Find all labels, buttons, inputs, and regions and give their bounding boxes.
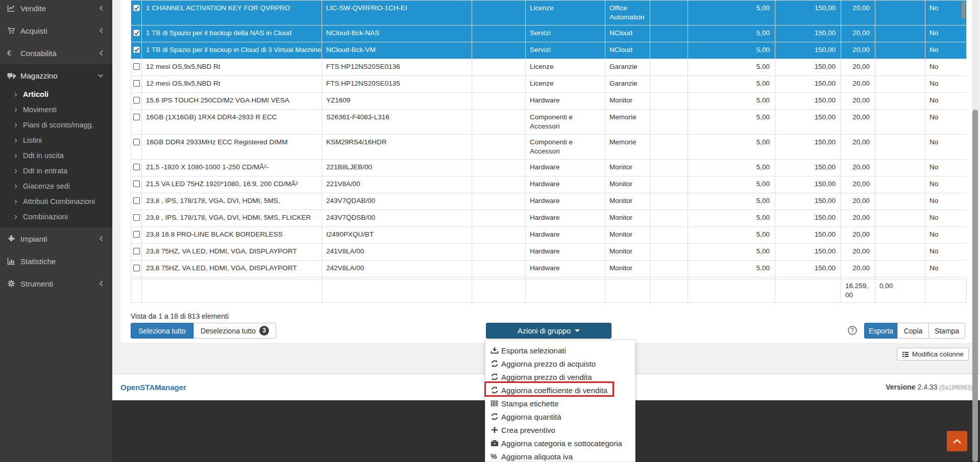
group-actions-label: Azioni di gruppo (518, 327, 571, 335)
cell-subcategory: Memorie (605, 135, 650, 160)
cell-code: YZ1609 (322, 93, 472, 110)
row-checkbox[interactable] (133, 231, 140, 238)
dropdown-item-label: Stampa etichette (501, 399, 559, 408)
select-all-button[interactable]: Seleziona tutto (131, 323, 193, 339)
cell-flag: No (925, 110, 967, 135)
row-checkbox[interactable] (133, 139, 140, 145)
row-checkbox[interactable] (133, 30, 140, 36)
row-checkbox[interactable] (133, 248, 140, 254)
row-checkbox[interactable] (133, 214, 140, 221)
print-button[interactable]: Stampa (928, 323, 965, 339)
sidebar-subitem-piani-di-sconto-magg-[interactable]: Piani di sconto/magg. (0, 117, 112, 133)
dropdown-item-aggiorna-coefficiente-di-vendita[interactable]: Aggiorna coefficiente di vendita (485, 383, 635, 397)
cell-code: 241V8LA/00 (322, 244, 472, 261)
sidebar-subitem-combinazioni[interactable]: Combinazioni (0, 209, 112, 224)
dropdown-item-aggiorna-aliquota-iva[interactable]: %Aggiorna aliquota iva (485, 450, 635, 462)
table-row[interactable]: 23,8 75HZ, VA LED, HDMI, VGA, DISPLAYPOR… (131, 244, 967, 261)
download-icon (491, 346, 501, 354)
row-checkbox[interactable] (133, 114, 140, 120)
table-scrollbar-thumb[interactable] (962, 2, 965, 19)
cell-value-2: 150,00 (775, 176, 841, 193)
table-row[interactable]: 1 TB di Spazio per il backup in Cloud di… (131, 42, 967, 59)
export-button[interactable]: Esporta (864, 323, 898, 339)
row-checkbox[interactable] (133, 265, 140, 271)
cell-value-2: 150,00 (775, 227, 841, 244)
cell-category: Hardware (526, 210, 605, 227)
table-row[interactable]: 23,8 16.8 PRO-LINE BLACK BORDERLESSI2490… (131, 227, 967, 244)
chevron-down-icon (97, 72, 104, 79)
dropdown-item-esporta-selezionati[interactable]: Esporta selezionati (485, 344, 635, 357)
chevron-right-icon (13, 138, 18, 143)
refresh-icon (491, 413, 501, 421)
help-icon[interactable]: ? (848, 326, 857, 335)
sidebar-subitem-giacenze-sedi[interactable]: Giacenze sedi (0, 178, 112, 194)
row-checkbox[interactable] (133, 46, 140, 53)
group-actions-button[interactable]: Azioni di gruppo (486, 323, 611, 339)
page-scrollbar-thumb[interactable] (972, 110, 978, 462)
row-checkbox[interactable] (133, 197, 140, 204)
page-scrollbar-track[interactable] (972, 0, 978, 110)
row-checkbox[interactable] (133, 80, 140, 87)
cell-description: 1 CHANNEL ACTIVATION KEY FOR QVRPRO (142, 1, 322, 25)
sidebar-item-impianti[interactable]: Impianti (0, 227, 112, 250)
cell-category: Hardware (526, 227, 605, 244)
sidebar-item-statistiche[interactable]: Statistiche (0, 250, 112, 272)
cell-code: NCloud-Bck-NAS (322, 25, 472, 42)
row-checkbox[interactable] (133, 97, 140, 104)
sidebar-item-strumenti[interactable]: Strumenti (0, 272, 112, 295)
table-row[interactable]: 23,8 75HZ, VA LED, HDMI, VGA, DISPLAYPOR… (131, 261, 967, 277)
edit-columns-button[interactable]: Modifica colonne (897, 348, 969, 361)
dropdown-item-aggiorna-categoria-e-sottocategoria[interactable]: Aggiorna categoria e sottocategoria (485, 437, 635, 450)
sidebar-item-label: Statistiche (20, 257, 112, 266)
deselect-all-button[interactable]: Deseleziona tutto 3 (193, 323, 276, 339)
table-row[interactable]: 12 mesi OS,9x5,NBD RtFTS:HP12NS20SE0135L… (131, 76, 967, 93)
cell-subcategory: NCloud (605, 25, 650, 42)
sidebar-item-vendite[interactable]: Vendite (0, 0, 112, 19)
table-row[interactable]: 16GB (1X16GB) 1RX4 DDR4-2933 R ECCS26361… (131, 110, 967, 135)
cell-category: Licenze (526, 1, 605, 25)
table-row[interactable]: 23,8 , IPS, 178/178, VGA, DVI, HDMI, 5MS… (131, 210, 967, 227)
sidebar-subitem-movimenti[interactable]: Movimenti (0, 102, 112, 117)
cell-flag: No (925, 135, 967, 160)
sidebar-subitem-ddt-in-uscita[interactable]: Ddt in uscita (0, 148, 112, 163)
scroll-to-top-button[interactable] (947, 431, 967, 451)
sidebar-subitem-attributi-combinazioni[interactable]: Attributi Combinazioni (0, 194, 112, 209)
table-row[interactable]: 23,8 , IPS, 178/178, VGA, DVI, HDMI, 5MS… (131, 193, 967, 210)
row-checkbox[interactable] (133, 181, 140, 187)
row-checkbox[interactable] (133, 5, 140, 11)
cell-value-3: 20,00 (841, 176, 875, 193)
row-checkbox[interactable] (133, 63, 140, 70)
sidebar-item-magazzino[interactable]: Magazzino (0, 64, 112, 87)
table-row[interactable]: 21,5 VA LED 75HZ 1920*1080, 16:9, 200 CD… (131, 176, 967, 193)
sidebar-subitem-listini[interactable]: Listini (0, 133, 112, 148)
cell-value-1: 5,00 (688, 160, 775, 176)
table-row[interactable]: 12 mesi OS,9x5,NBD RtFTS:HP12NS20SE0136L… (131, 59, 967, 76)
selected-count-badge: 3 (259, 326, 269, 336)
dropdown-item-stampa-etichette[interactable]: Stampa etichette (485, 397, 635, 410)
cell-category: Hardware (526, 160, 605, 176)
cell-category: Componenti e Accessori (526, 135, 605, 160)
sidebar-item-contabilit-[interactable]: €Contabilità (0, 42, 112, 64)
copy-button[interactable]: Copia (897, 323, 929, 339)
table-row[interactable]: 21,5 -1920 X 1080-1000 1-250 CD/MÂ²-221B… (131, 160, 967, 176)
sidebar-subitem-articoli[interactable]: Articoli (0, 87, 112, 102)
dropdown-item-aggiorna-prezzo-di-vendita[interactable]: Aggiorna prezzo di vendita (485, 370, 635, 383)
cell-value-3: 20,00 (841, 76, 875, 93)
table-row[interactable]: 16GB DDR4 2933MHz ECC Registered DIMMKSM… (131, 135, 967, 160)
group-actions-dropdown: Esporta selezionatiAggiorna prezzo di ac… (485, 340, 635, 462)
table-row[interactable]: 15.6 IPS TOUCH 250CD/M2 VGA HDMI VESAYZ1… (131, 93, 967, 110)
dropdown-item-aggiorna-prezzo-di-acquisto[interactable]: Aggiorna prezzo di acquisto (485, 357, 635, 370)
cell-value-1: 5,00 (688, 93, 775, 110)
table-row[interactable]: 1 CHANNEL ACTIVATION KEY FOR QVRPROLIC-S… (131, 1, 967, 25)
sidebar-subitem-label: Giacenze sedi (23, 182, 70, 190)
cell-code: NCloud-Bck-VM (322, 42, 472, 59)
dropdown-item-aggiorna-quantit-[interactable]: Aggiorna quantità (485, 410, 635, 423)
table-row[interactable]: 1 TB di Spazio per il backup della NAS i… (131, 25, 967, 42)
dropdown-item-crea-preventivo[interactable]: Crea preventivo (485, 423, 635, 437)
brand-link[interactable]: OpenSTAManager (120, 383, 186, 392)
percent-icon: % (491, 452, 501, 460)
sidebar-item-acquisti[interactable]: Acquisti (0, 19, 112, 42)
sidebar-subitem-ddt-in-entrata[interactable]: Ddt in entrata (0, 163, 112, 178)
version-info: Versione 2.4.33 (5a18f6963) (886, 383, 972, 391)
row-checkbox[interactable] (133, 164, 140, 170)
